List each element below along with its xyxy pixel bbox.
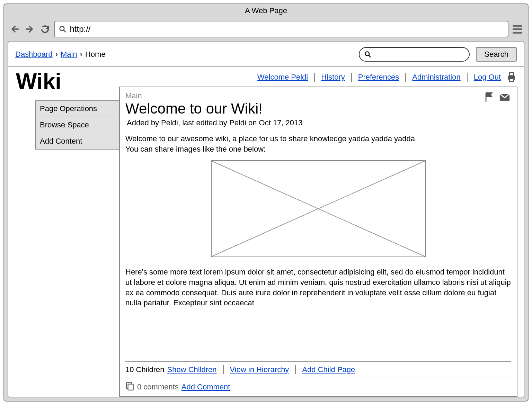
children-count: 10 Children xyxy=(125,365,167,374)
article-byline: Added by Peldi, last edited by Peldi on … xyxy=(127,118,303,127)
comments-icon xyxy=(125,381,134,393)
flag-icon[interactable] xyxy=(484,91,495,103)
hamburger-icon[interactable] xyxy=(511,23,524,35)
link-show-children[interactable]: Show Chlldren xyxy=(167,365,224,374)
article-header: Main Welcome to our Wiki! Added by Peldi… xyxy=(125,91,511,134)
link-welcome-user[interactable]: Welcome Peldi xyxy=(251,73,315,82)
breadcrumb-sep: › xyxy=(55,50,58,59)
link-add-child-page[interactable]: Add Child Page xyxy=(296,365,361,374)
comments-bar: 0 comments Add Comment xyxy=(125,378,511,393)
breadcrumb: Dashboard › Main › Home xyxy=(15,50,106,59)
sidebar-item-page-operations[interactable]: Page Operations xyxy=(35,100,119,117)
space-label: Main xyxy=(125,91,303,100)
side-menu: Page Operations Browse Space Add Content xyxy=(35,100,119,150)
search-input[interactable] xyxy=(374,50,464,59)
search-icon xyxy=(59,25,66,33)
search-icon xyxy=(364,51,371,58)
intro-line-2: You can share images like the one below: xyxy=(125,144,511,154)
svg-rect-8 xyxy=(509,79,513,82)
back-icon[interactable] xyxy=(8,23,21,35)
browser-toolbar xyxy=(4,19,528,42)
children-bar: 10 Children Show Chlldren View in Hierar… xyxy=(125,361,511,378)
breadcrumb-sep: › xyxy=(80,50,82,59)
left-column: Wiki Page Operations Browse Space Add Co… xyxy=(8,67,119,397)
article-panel: Main Welcome to our Wiki! Added by Peldi… xyxy=(119,87,517,397)
reload-icon[interactable] xyxy=(39,23,51,35)
article-title: Welcome to our Wiki! xyxy=(125,100,303,117)
page-content: Dashboard › Main › Home Search Wiki Page… xyxy=(8,42,524,397)
link-add-comment[interactable]: Add Comment xyxy=(181,382,230,392)
search-button[interactable]: Search xyxy=(476,47,517,62)
link-logout[interactable]: Log Out xyxy=(468,73,504,82)
sidebar-item-browse-space[interactable]: Browse Space xyxy=(35,117,119,133)
url-input[interactable] xyxy=(69,24,504,34)
url-bar[interactable] xyxy=(54,21,508,37)
svg-line-5 xyxy=(369,55,371,57)
lorem-text: Here's some more text lorem ipsum dolor … xyxy=(125,267,511,308)
search-field[interactable] xyxy=(359,47,470,62)
link-administration[interactable]: Administration xyxy=(406,73,467,82)
main-area: Wiki Page Operations Browse Space Add Co… xyxy=(8,67,524,397)
browser-title: A Web Page xyxy=(4,4,528,19)
link-view-hierarchy[interactable]: View in Hierarchy xyxy=(224,365,296,374)
breadcrumb-dashboard[interactable]: Dashboard xyxy=(15,50,53,59)
sidebar-item-add-content[interactable]: Add Content xyxy=(35,133,119,150)
forward-icon[interactable] xyxy=(24,23,36,35)
mail-icon[interactable] xyxy=(498,91,511,103)
search-area: Search xyxy=(359,47,517,62)
breadcrumb-current: Home xyxy=(85,50,106,59)
svg-point-2 xyxy=(60,26,64,31)
image-placeholder xyxy=(211,160,426,257)
link-history[interactable]: History xyxy=(315,73,352,82)
link-preferences[interactable]: Preferences xyxy=(352,73,406,82)
article-action-icons xyxy=(484,91,511,103)
browser-window: A Web Page Dashboard › Main › Home xyxy=(3,3,529,402)
svg-point-4 xyxy=(365,52,370,56)
utility-links: Welcome Peldi History Preferences Admini… xyxy=(119,67,517,87)
svg-rect-13 xyxy=(128,384,133,390)
intro-line-1: Welcome to our awesome wiki, a place for… xyxy=(125,134,511,144)
breadcrumb-main[interactable]: Main xyxy=(61,50,77,59)
svg-rect-7 xyxy=(509,73,513,76)
svg-line-3 xyxy=(63,30,65,32)
article-body: Welcome to our awesome wiki, a place for… xyxy=(125,134,511,358)
right-column: Welcome Peldi History Preferences Admini… xyxy=(119,67,524,397)
topbar: Dashboard › Main › Home Search xyxy=(8,42,524,67)
site-title: Wiki xyxy=(16,69,119,94)
comments-count: 0 comments xyxy=(137,382,179,392)
print-icon[interactable] xyxy=(504,71,517,83)
